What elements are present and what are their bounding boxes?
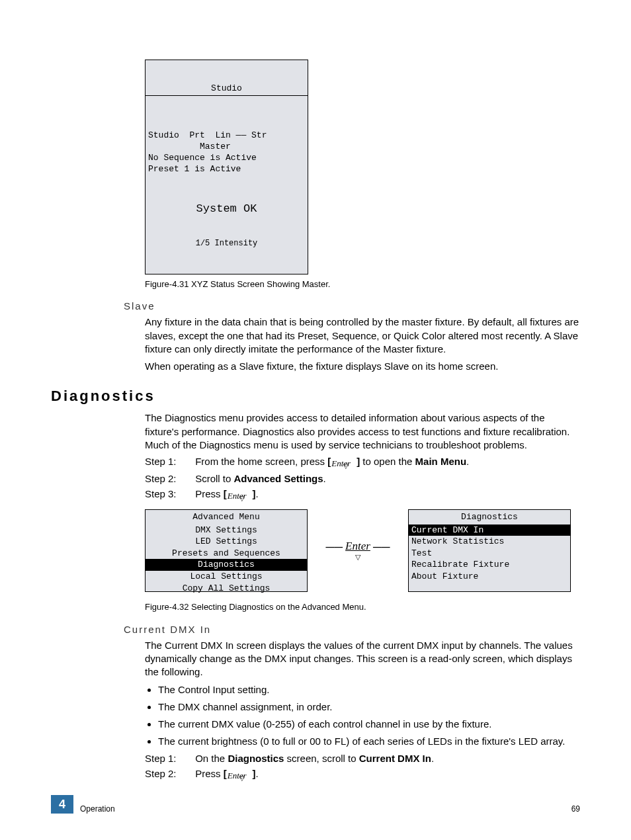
arrow-line-icon: ── — [325, 540, 343, 554]
arrow-right-icon: ── — [373, 540, 390, 554]
current-dmx-bullets: The Control Input setting. The DMX chann… — [158, 683, 580, 749]
enter-transition: ── Enter ── ▽ — [312, 540, 404, 562]
step-row: Step 1: From the home screen, press [Ent… — [145, 456, 580, 469]
chapter-number-box: 4 — [51, 795, 73, 814]
menu-title: Diagnostics — [409, 510, 570, 525]
current-dmx-in-bold: Current DMX In — [359, 753, 431, 764]
menu-item: DMX Settings — [146, 525, 307, 536]
list-item: The DMX channel assignment, in order. — [158, 700, 580, 714]
down-triangle-icon: ▽ — [239, 495, 245, 502]
advanced-menu-lcd: Advanced Menu DMX Settings LED Settings … — [145, 509, 308, 592]
step-row: Step 2: Scroll to Advanced Settings. — [145, 473, 580, 484]
menu-title: Advanced Menu — [146, 510, 307, 525]
slave-paragraph-1: Any fixture in the data chain that is be… — [145, 315, 580, 356]
list-item: The current DMX value (0-255) of each co… — [158, 718, 580, 731]
step-label: Step 1: — [145, 456, 192, 467]
figure-caption-432: Figure-4.32 Selecting Diagnostics on the… — [145, 601, 580, 613]
diagnostics-intro: The Diagnostics menu provides access to … — [145, 411, 580, 452]
menu-item: Test — [409, 548, 570, 560]
list-item: The Control Input setting. — [158, 683, 580, 696]
step-text: to open the — [360, 456, 415, 467]
step-label: Step 1: — [145, 753, 192, 764]
menu-item: Recalibrate Fixture — [409, 559, 570, 571]
step-label: Step 2: — [145, 473, 192, 484]
lcd-system-ok: System OK — [146, 199, 308, 216]
step-text: Press — [195, 488, 224, 499]
step-text: From the home screen, press — [195, 456, 327, 467]
lcd-line: Master — [148, 142, 231, 151]
menu-item: About Fixture — [409, 571, 570, 583]
page-footer: 4 Operation 69 — [51, 795, 580, 814]
step-label: Step 2: — [145, 768, 192, 779]
menu-item: Local Settings — [146, 571, 307, 583]
menu-item: Copy All Settings — [146, 583, 307, 595]
lcd-line: No Sequence is Active — [148, 153, 257, 163]
step-text: Press — [195, 768, 224, 779]
diagnostics-bold: Diagnostics — [228, 753, 284, 764]
current-dmx-heading: Current DMX In — [124, 624, 580, 635]
step-label: Step 3: — [145, 488, 192, 499]
step-row: Step 2: Press [Enter▽]. — [145, 768, 580, 781]
enter-label: Enter — [345, 540, 370, 553]
menu-item: LED Settings — [146, 536, 307, 548]
menu-item: Network Statistics — [409, 536, 570, 548]
lcd-footer: 1/5 Intensity — [146, 239, 308, 252]
section-name: Operation — [80, 804, 115, 814]
diagnostics-menu-lcd: Diagnostics Current DMX In Network Stati… — [408, 509, 571, 592]
down-triangle-icon: ▽ — [343, 462, 349, 470]
main-menu-bold: Main Menu — [415, 456, 467, 467]
step-text: Scroll to — [195, 473, 233, 484]
menu-item-highlighted: Current DMX In — [409, 525, 570, 536]
slave-paragraph-2: When operating as a Slave fixture, the f… — [145, 360, 580, 373]
step-text: On the — [195, 753, 228, 764]
page-number: 69 — [571, 804, 580, 814]
step-text: screen, scroll to — [284, 753, 358, 764]
figure-caption-431: Figure-4.31 XYZ Status Screen Showing Ma… — [145, 278, 580, 290]
menu-figure: Advanced Menu DMX Settings LED Settings … — [145, 509, 580, 592]
list-item: The current brightness (0 to full or 00 … — [158, 735, 580, 748]
menu-item-highlighted: Diagnostics — [146, 559, 307, 571]
lcd-line: Preset 1 is Active — [148, 164, 241, 174]
advanced-settings-bold: Advanced Settings — [234, 473, 323, 484]
lcd-title: Studio — [146, 83, 308, 96]
diagnostics-heading: Diagnostics — [51, 388, 580, 405]
down-triangle-icon: ▽ — [239, 775, 245, 782]
menu-item: Presets and Sequences — [146, 548, 307, 560]
slave-heading: Slave — [124, 300, 580, 312]
current-dmx-intro: The Current DMX In screen displays the v… — [145, 639, 580, 679]
status-lcd: Studio Studio Prt Lin —— Str Master No S… — [145, 60, 308, 274]
step-row: Step 1: On the Diagnostics screen, scrol… — [145, 753, 580, 764]
step-row: Step 3: Press [Enter▽]. — [145, 488, 580, 501]
lcd-line: Studio Prt Lin —— Str — [148, 130, 267, 140]
